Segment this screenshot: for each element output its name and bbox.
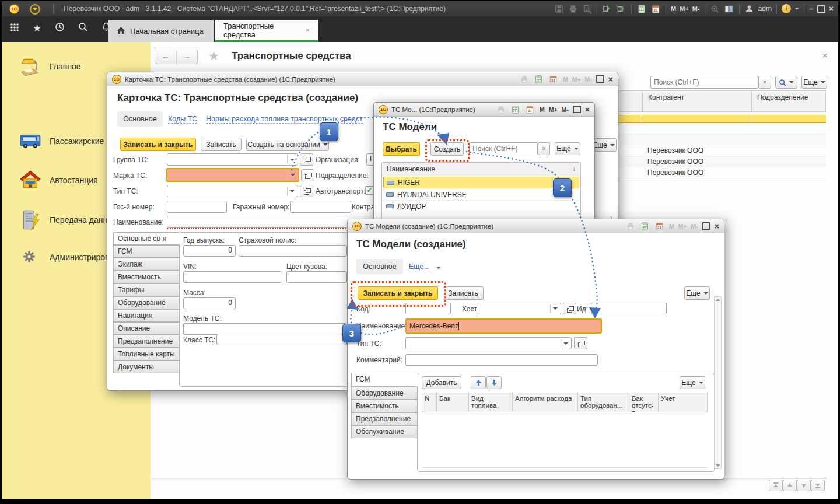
select-button[interactable]: Выбрать xyxy=(383,142,420,156)
side-tab[interactable]: Описание xyxy=(113,322,180,335)
column-header[interactable]: Вид топлива xyxy=(469,393,513,412)
save-close-button[interactable]: Записать и закрыть xyxy=(120,138,196,151)
close-icon[interactable]: × xyxy=(829,5,834,13)
go-first-button[interactable] xyxy=(769,480,783,491)
tab-codes-link[interactable]: Коды ТС xyxy=(168,115,197,124)
tab-transport-active[interactable]: Транспортные средства × xyxy=(215,20,318,42)
chevron-down-icon[interactable] xyxy=(794,8,799,12)
group-open-button[interactable] xyxy=(300,153,313,166)
search-input[interactable] xyxy=(650,76,758,89)
side-tab[interactable]: Топливные карты xyxy=(113,348,180,360)
side-tab[interactable]: Тарифы xyxy=(113,284,180,296)
list-row[interactable]: HYUNDAI UNIVERSE xyxy=(383,189,579,201)
scroll-down-icon[interactable] xyxy=(716,464,720,467)
list-row[interactable]: Перевозчик ООО xyxy=(617,156,826,167)
m-minus-icon[interactable]: M- xyxy=(692,5,700,12)
brand-combo-highlighted[interactable] xyxy=(166,168,299,182)
close-icon[interactable]: × xyxy=(715,223,719,230)
history-icon[interactable] xyxy=(55,22,65,34)
user-name[interactable]: adm xyxy=(758,5,772,13)
info-icon[interactable]: i xyxy=(782,4,791,13)
side-tab[interactable]: Предзаполнение xyxy=(351,412,418,425)
list-row[interactable]: Перевозчик ООО xyxy=(617,167,826,178)
column-header[interactable]: Контрагент xyxy=(648,93,684,102)
sort-descending-icon[interactable]: ↓ xyxy=(572,164,576,173)
id-input[interactable] xyxy=(591,303,667,314)
m-plus-icon[interactable]: M+ xyxy=(680,5,689,12)
calculator-icon[interactable] xyxy=(640,221,650,232)
move-up-button[interactable] xyxy=(471,376,486,389)
tab-home[interactable]: Начальная страница xyxy=(108,20,214,42)
move-down-button[interactable] xyxy=(487,376,502,389)
host-combo[interactable] xyxy=(477,303,561,314)
gos-number-input[interactable] xyxy=(167,201,227,213)
vertical-scrollbar[interactable] xyxy=(714,296,722,469)
auto-checkbox[interactable]: ✓ xyxy=(365,186,374,195)
more-button[interactable]: Еще xyxy=(684,286,710,300)
type-combo[interactable] xyxy=(167,185,298,197)
maximize-icon[interactable] xyxy=(596,75,604,83)
type-open-button[interactable] xyxy=(300,185,313,197)
calendar-icon[interactable]: 31 xyxy=(654,221,665,232)
type-open-button[interactable] xyxy=(574,337,587,349)
side-tab[interactable]: ГСМ xyxy=(351,373,418,387)
apps-grid-icon[interactable] xyxy=(10,23,19,34)
forward-button[interactable]: → xyxy=(177,50,198,64)
side-tab[interactable]: Навигация xyxy=(113,309,180,322)
type-combo[interactable] xyxy=(405,337,572,349)
add-row-button[interactable]: Добавить xyxy=(422,376,461,389)
vin-input[interactable] xyxy=(183,271,282,283)
search-icon[interactable] xyxy=(78,22,88,34)
side-tab[interactable]: Документы xyxy=(113,360,180,373)
main-menu-dropdown-icon[interactable] xyxy=(30,4,40,15)
dialog-titlebar[interactable]: 1С ТС Мо... (1С:Предприятие) 31 M M+ M- … xyxy=(374,103,594,117)
page-close-icon[interactable]: × xyxy=(822,50,828,60)
column-header[interactable]: Алгоритм расхода xyxy=(513,393,578,412)
side-tab[interactable]: Экипаж xyxy=(113,258,180,271)
class-input[interactable] xyxy=(216,334,347,345)
side-tab[interactable]: Обслуживание xyxy=(351,425,418,438)
side-tab[interactable]: ГСМ xyxy=(113,245,180,258)
dialog-titlebar[interactable]: 1С ТС Модели (создание) (1С:Предприятие)… xyxy=(348,219,724,233)
split-view-icon[interactable] xyxy=(724,4,734,14)
comment-input[interactable] xyxy=(405,354,598,366)
list-row[interactable] xyxy=(617,123,826,134)
tab-fuel-norms-link[interactable]: Нормы расхода топлива транспортных средс… xyxy=(206,115,363,124)
save-button[interactable]: Записать xyxy=(201,138,242,151)
list-row[interactable]: ЛУИДОР xyxy=(383,201,579,212)
close-icon[interactable]: × xyxy=(585,106,590,113)
side-tab[interactable]: Оборудование xyxy=(113,296,180,309)
dialog-titlebar[interactable]: 1С Карточка ТС: Транспортные средства (с… xyxy=(107,72,618,86)
table-more-button[interactable]: Еще xyxy=(680,376,705,389)
m-minus-icon[interactable]: M- xyxy=(562,106,569,113)
column-header[interactable]: Тип оборудован... xyxy=(578,393,629,412)
list-row-selected[interactable]: HIGER xyxy=(383,177,579,188)
calculator-icon[interactable] xyxy=(510,104,521,115)
calendar-icon[interactable]: 31 xyxy=(525,104,536,115)
column-header[interactable]: N xyxy=(422,393,437,412)
column-header[interactable]: Бак отсутс-т xyxy=(629,393,659,412)
minimize-icon[interactable]: – xyxy=(809,5,814,13)
create-based-button[interactable]: Создать на основании xyxy=(246,138,329,151)
publish-link-icon[interactable] xyxy=(602,4,612,14)
host-open-button[interactable] xyxy=(563,303,576,314)
go-last-button[interactable] xyxy=(811,480,825,491)
calendar-icon[interactable]: 31 xyxy=(650,4,661,14)
back-button[interactable]: ← xyxy=(155,50,177,64)
m-memory-icon[interactable]: M xyxy=(540,106,545,113)
close-icon[interactable]: × xyxy=(608,76,613,83)
search-clear-button[interactable]: × xyxy=(538,142,550,155)
tab-close-icon[interactable]: × xyxy=(305,26,310,34)
go-prev-button[interactable] xyxy=(783,480,797,491)
favorites-star-icon[interactable]: ★ xyxy=(33,24,41,33)
policy-input[interactable] xyxy=(239,245,347,257)
list-row-selected[interactable] xyxy=(617,115,826,123)
favorite-star-icon[interactable]: ★ xyxy=(208,49,219,63)
column-header[interactable]: Подразделение xyxy=(757,93,808,102)
restore-icon[interactable] xyxy=(817,5,825,13)
brand-open-button[interactable] xyxy=(301,169,314,181)
maximize-icon[interactable] xyxy=(573,106,581,113)
calculator-icon[interactable] xyxy=(636,4,647,14)
scroll-up-icon[interactable] xyxy=(716,299,720,301)
garage-number-input[interactable] xyxy=(290,201,351,213)
